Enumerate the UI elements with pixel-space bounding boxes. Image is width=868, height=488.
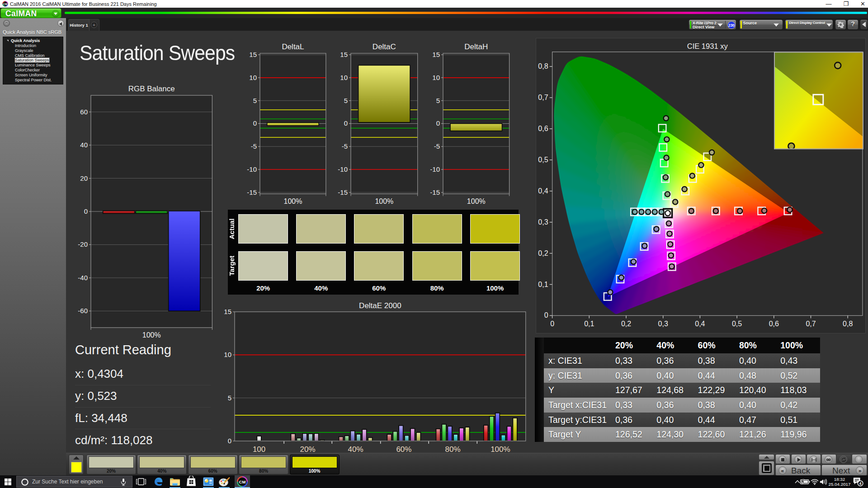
deltaE-bar-blue <box>448 426 452 441</box>
back-button[interactable]: «Back <box>775 465 821 476</box>
battery-icon[interactable] <box>800 479 810 484</box>
tick-label: 0,7 <box>806 320 816 328</box>
tick-label: 5 <box>253 97 256 104</box>
sidebar-item-colorchecker[interactable]: ColorChecker <box>3 68 63 73</box>
sidebar-item-screen-uniformity[interactable]: Screen Uniformity <box>3 73 63 78</box>
next-button[interactable]: Next» <box>821 465 867 476</box>
restore-icon[interactable]: ❐ <box>843 0 849 8</box>
sidebar-item-cms-calibration[interactable]: CMS Calibration <box>3 53 63 58</box>
deltaE-bar-green <box>490 416 494 441</box>
gear-icon <box>837 21 844 28</box>
continuous-button[interactable] <box>821 454 836 465</box>
stop-button[interactable] <box>775 454 790 465</box>
taskbar-icon-store[interactable] <box>184 475 199 488</box>
sidebar-item-luminance-sweeps[interactable]: Luminance Sweeps <box>3 63 63 68</box>
table-header-row: 20%40%60%80%100% <box>535 338 820 353</box>
bar-100% <box>359 65 410 122</box>
deltaE-bar-yellow <box>465 427 470 441</box>
edge-icon <box>153 476 164 487</box>
table-cell: 0,44 <box>687 415 728 425</box>
tick-label: 15 <box>433 51 440 58</box>
sidebar-item-grayscale[interactable]: Grayscale <box>3 48 63 53</box>
group-label: 20% <box>300 445 316 454</box>
table-cell: 0,38 <box>687 356 728 366</box>
taskbar-icon-calman[interactable]: CM <box>235 475 250 488</box>
panel-up-button[interactable] <box>759 454 774 460</box>
tick-label: 10 <box>224 351 232 358</box>
swatch-target-40% <box>296 251 346 281</box>
table-cell: 119,96 <box>769 429 811 440</box>
table-cell: 0,40 <box>728 356 769 366</box>
windows-logo-icon <box>5 479 11 485</box>
panel-collapse-button[interactable] <box>860 19 868 30</box>
pattern-window-button[interactable] <box>759 461 774 475</box>
swatch-actual-60% <box>354 214 404 244</box>
help-button[interactable]: ? <box>847 19 859 30</box>
taskbar-icon-task-view[interactable] <box>133 475 149 488</box>
taskbar-icon-paint[interactable] <box>217 475 232 488</box>
single-measure-button[interactable] <box>807 454 821 465</box>
taskbar-clock[interactable]: 18:3225.04.2017 <box>828 477 851 487</box>
table-cell: 121,26 <box>728 429 769 440</box>
deltaE-bar-red <box>484 425 488 441</box>
tick-label: 0,1 <box>584 320 594 328</box>
wifi-icon[interactable] <box>811 479 819 485</box>
sidebar-item-spectral-power-dist-[interactable]: Spectral Power Dist. <box>3 78 63 83</box>
tick-label: 0 <box>436 119 440 127</box>
meter-selector[interactable]: X-Rite i1Pro 2Direct View230 <box>689 19 736 30</box>
chart-deltaL: -15-10-5051015DeltaL100% <box>242 42 329 209</box>
deltaE-bar-yellow <box>513 418 518 441</box>
deltaE-bar-magenta <box>362 429 367 441</box>
tree-root[interactable]: Quick Analysis <box>3 38 63 43</box>
main-content: Saturation Sweeps -60-40-200204060RGB Ba… <box>66 31 868 453</box>
swatch-target-80% <box>412 251 462 281</box>
start-button[interactable] <box>0 475 16 488</box>
task-view-icon <box>136 478 146 485</box>
table-cell: 0,43 <box>769 356 811 366</box>
taskbar-icon-photos[interactable] <box>201 475 216 488</box>
deltaE-bar-blue <box>495 413 500 441</box>
meter-badge[interactable]: 230 <box>727 21 736 29</box>
refresh-button[interactable] <box>836 454 851 465</box>
sidebar-radio-icon[interactable] <box>3 20 10 27</box>
sidebar-collapse-icon[interactable] <box>57 20 64 27</box>
taskbar-icon-edge[interactable] <box>151 475 166 488</box>
microphone-icon[interactable] <box>120 479 127 486</box>
cie-measured-green <box>663 175 668 180</box>
sidebar-item-saturation-sweeps[interactable]: Saturation Sweeps <box>3 58 63 63</box>
deltaE-bar-red <box>291 433 296 441</box>
table-row-label: y: CIE31 <box>544 371 604 381</box>
table-col-header: 80% <box>728 340 769 351</box>
tab-add-button[interactable]: + <box>90 19 99 31</box>
bar-100% <box>450 123 502 131</box>
minimize-icon[interactable]: — <box>826 0 831 8</box>
deltaE-bar-green <box>345 436 349 441</box>
data-table: 20%40%60%80%100%x: CIE310,330,360,380,40… <box>535 338 820 442</box>
display-control-selector[interactable]: Direct Display Control <box>785 19 833 30</box>
question-icon: ? <box>848 20 858 28</box>
table-row: x: CIE310,330,360,380,400,43 <box>535 353 820 368</box>
source-selector[interactable]: Source <box>739 19 783 30</box>
tick-label: 0,4 <box>695 320 705 328</box>
cie-measured-green <box>665 192 670 197</box>
tick-label: 0 <box>253 119 256 127</box>
settings-button[interactable] <box>835 19 846 30</box>
table-cell: 0,42 <box>769 400 811 410</box>
sidebar: Quick Analysis NBC sRGB Quick AnalysisIn… <box>0 18 66 475</box>
play-button[interactable] <box>791 454 806 465</box>
search-box[interactable]: Zur Suche Text hier eingeben <box>16 476 132 488</box>
record-button[interactable] <box>852 454 867 465</box>
tick-label: 0,5 <box>732 320 742 328</box>
tick-label: 15 <box>340 51 348 58</box>
cie-measured-magenta <box>667 231 672 236</box>
volume-icon[interactable] <box>820 479 827 485</box>
tab-history[interactable]: History 1 <box>68 19 90 31</box>
chevron-up-icon[interactable] <box>795 480 800 483</box>
close-icon[interactable]: ✕ <box>860 0 865 8</box>
tick-label: -15 <box>430 188 440 196</box>
current-reading-cdm: cd/m²: 118,028 <box>75 429 211 451</box>
calman-logo-button[interactable]: CalMAN <box>0 8 61 18</box>
sidebar-item-introduction[interactable]: Introduction <box>3 43 63 48</box>
notifications-icon[interactable]: 4 <box>853 477 863 487</box>
taskbar-icon-file-explorer[interactable] <box>167 475 183 488</box>
